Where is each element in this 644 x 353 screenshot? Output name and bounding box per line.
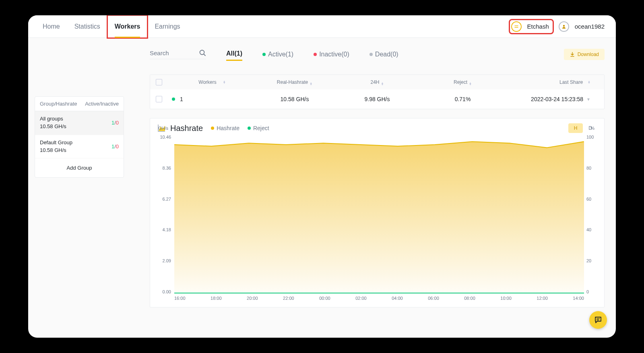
nav-workers[interactable]: Workers: [107, 15, 148, 38]
y-right-unit: %: [590, 126, 594, 131]
group-rate: 10.58 GH/s: [40, 123, 66, 131]
status-dot-active: [262, 53, 266, 56]
x-tick: 16:00: [174, 296, 186, 304]
group-name: All groups: [40, 115, 66, 123]
cell-reject: 0.71%: [417, 96, 508, 102]
legend-dot-hashrate: [211, 127, 214, 130]
filter-active[interactable]: Active(1): [262, 48, 293, 60]
chevron-down-icon: ▼: [586, 97, 590, 102]
coin-selector[interactable]: Etchash: [510, 20, 553, 33]
x-tick: 18:00: [211, 296, 222, 304]
download-icon: [570, 52, 575, 57]
y-left-tick: 0.00: [157, 289, 171, 294]
status-dot-inactive: [314, 53, 317, 56]
table-row[interactable]: 1 10.58 GH/s 9.98 GH/s 0.71% 2022-03-24 …: [150, 89, 604, 109]
y-left-tick: 4.18: [157, 227, 171, 232]
nav-earnings[interactable]: Earnings: [147, 15, 187, 38]
chat-icon: [594, 316, 602, 324]
svg-line-2: [204, 54, 206, 56]
group-name: Default Group: [40, 139, 72, 147]
filter-dead[interactable]: Dead(0): [369, 48, 398, 60]
y-right-tick: 60: [586, 197, 598, 201]
th-last-share[interactable]: Last Share: [559, 79, 583, 85]
search-placeholder: Search: [150, 50, 169, 56]
coin-icon: [511, 21, 522, 32]
user-menu[interactable]: ocean1982: [557, 20, 609, 33]
x-tick: 08:00: [464, 296, 475, 304]
y-right-tick: 100: [586, 135, 598, 139]
add-group-button[interactable]: Add Group: [35, 158, 124, 177]
checkbox-row[interactable]: [156, 96, 162, 102]
th-reject[interactable]: Reject: [454, 79, 467, 85]
group-row-default[interactable]: Default Group 10.58 GH/s 1/0: [35, 135, 124, 159]
download-label: Download: [578, 52, 599, 57]
download-button[interactable]: Download: [564, 49, 605, 60]
status-dot-dead: [369, 53, 373, 56]
legend-reject: Reject: [248, 125, 269, 131]
sort-icon: ▲▼: [310, 82, 312, 85]
legend-hashrate: Hashrate: [211, 125, 239, 131]
chart-range-hour[interactable]: H: [568, 123, 583, 133]
legend-dot-reject: [248, 127, 251, 130]
legend-hashrate-label: Hashrate: [217, 125, 239, 131]
y-left-tick: 2.09: [157, 258, 171, 263]
x-tick: 02:00: [355, 296, 367, 304]
chat-fab[interactable]: [589, 311, 607, 329]
table-header: Workers▲▼ Real-Hashrate▲▼ 24H▲▼ Reject▲▼…: [150, 75, 604, 89]
cell-real-hashrate: 10.58 GH/s: [252, 96, 337, 102]
cell-last-share: 2022-03-24 15:23:58: [531, 96, 583, 102]
y-right-tick: 40: [586, 227, 598, 232]
legend-reject-label: Reject: [253, 125, 269, 131]
sort-icon: ▲▼: [381, 82, 384, 85]
sort-icon: ▲▼: [588, 81, 590, 84]
cell-worker: 1: [180, 96, 183, 102]
x-tick: 12:00: [537, 296, 548, 304]
status-dot: [172, 98, 175, 101]
svg-rect-4: [158, 131, 165, 132]
group-card: Group/Hashrate Active/Inactive All group…: [35, 96, 124, 178]
cell-24h: 9.98 GH/s: [337, 96, 417, 102]
svg-point-1: [200, 50, 204, 55]
chart-title-text: Hashrate: [170, 124, 203, 133]
search-input[interactable]: Search: [150, 49, 206, 59]
th-real-hashrate[interactable]: Real-Hashrate: [277, 79, 308, 85]
svg-point-0: [563, 25, 565, 26]
x-tick: 00:00: [319, 296, 330, 304]
x-tick: 04:00: [392, 296, 403, 304]
group-inactive: 0: [116, 120, 119, 126]
th-24h[interactable]: 24H: [371, 79, 380, 85]
group-header-left: Group/Hashrate: [40, 101, 77, 107]
filter-all[interactable]: All(1): [226, 48, 242, 61]
chart-plot: [174, 135, 584, 294]
y-left-unit: GH/s: [158, 126, 168, 131]
filter-active-label: Active(1): [268, 51, 293, 58]
x-tick: 14:00: [573, 296, 584, 304]
y-right-tick: 80: [586, 166, 598, 170]
y-left-tick: 6.27: [157, 197, 171, 201]
group-rate: 10.58 GH/s: [40, 147, 72, 154]
y-right-tick: 20: [586, 258, 598, 263]
x-tick: 20:00: [247, 296, 258, 304]
group-inactive: 0: [116, 143, 119, 150]
th-workers[interactable]: Workers: [198, 79, 216, 85]
group-row-all[interactable]: All groups 10.58 GH/s 1/0: [35, 111, 124, 135]
filter-dead-label: Dead(0): [375, 51, 398, 58]
sort-icon: ▲▼: [469, 82, 472, 85]
search-icon: [199, 49, 206, 56]
group-header-right: Active/Inactive: [85, 101, 119, 107]
x-tick: 22:00: [283, 296, 294, 304]
x-tick: 06:00: [428, 296, 439, 304]
filter-inactive-label: Inactive(0): [319, 51, 349, 58]
y-left-tick: 10.46: [157, 135, 171, 139]
hashrate-chart-panel: Hashrate Hashrate Reject H: [150, 118, 605, 307]
sort-icon: ▲▼: [223, 81, 226, 84]
nav-home[interactable]: Home: [35, 15, 67, 38]
nav-statistics[interactable]: Statistics: [67, 15, 107, 38]
coin-label: Etchash: [527, 23, 549, 30]
checkbox-all[interactable]: [156, 79, 162, 85]
user-label: ocean1982: [575, 23, 605, 30]
filter-inactive[interactable]: Inactive(0): [314, 48, 349, 60]
y-left-tick: 8.36: [157, 166, 171, 170]
user-icon: [559, 21, 569, 32]
x-tick: 10:00: [500, 296, 512, 304]
